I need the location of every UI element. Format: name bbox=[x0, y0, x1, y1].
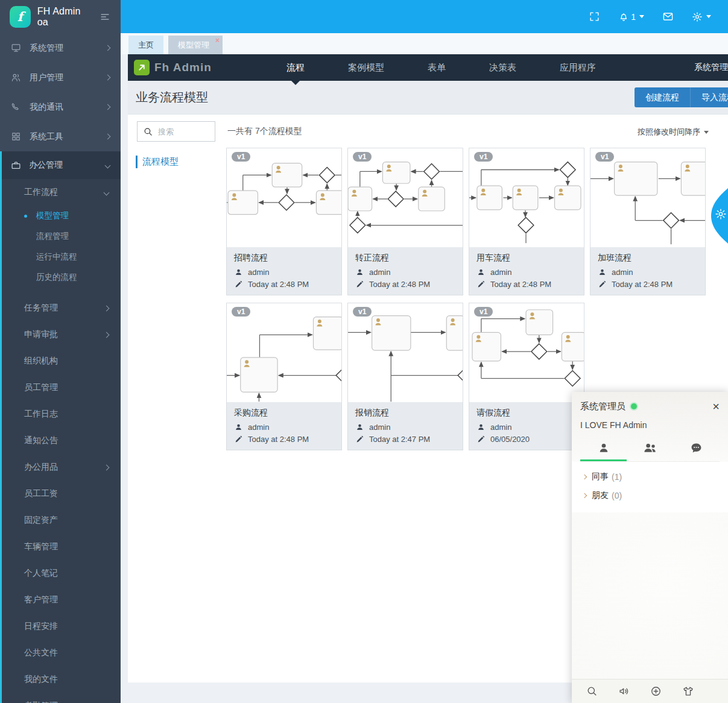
person-icon bbox=[476, 268, 485, 276]
model-author: admin bbox=[490, 268, 511, 277]
group-label: 同事 bbox=[592, 471, 609, 482]
model-card[interactable]: v1用车流程adminToday at 2:48 PM bbox=[469, 148, 584, 295]
sidebar-item[interactable]: 历史的流程 bbox=[2, 267, 121, 288]
sidebar-item[interactable]: 办公用品 bbox=[2, 454, 121, 481]
sidebar-item[interactable]: 我的文件 bbox=[2, 666, 121, 693]
model-modified-time: Today at 2:48 PM bbox=[248, 280, 309, 289]
sidebar-item-label: 流程管理 bbox=[36, 231, 69, 242]
tab-model-management[interactable]: 模型管理 × bbox=[168, 36, 223, 54]
sidebar-item[interactable]: 申请审批 bbox=[2, 321, 121, 348]
sidebar-item[interactable]: 系统管理 bbox=[0, 33, 121, 63]
sidebar-item[interactable]: 客户管理 bbox=[2, 587, 121, 613]
model-card-footer: 报销流程adminToday at 2:47 PM bbox=[348, 402, 463, 450]
sound-icon[interactable] bbox=[618, 686, 630, 697]
model-author: admin bbox=[369, 268, 390, 277]
model-card[interactable]: v1加班流程adminToday at 2:48 PM bbox=[590, 148, 706, 295]
model-card[interactable]: v1请假流程admin06/05/2020 bbox=[469, 303, 584, 450]
tab-conversations[interactable] bbox=[673, 436, 720, 461]
bell-icon bbox=[618, 11, 629, 22]
mail-button[interactable] bbox=[662, 11, 674, 22]
chat-user-name: 系统管理员 bbox=[580, 401, 625, 412]
appnav-item[interactable]: 流程 bbox=[265, 54, 326, 81]
add-contact-icon[interactable] bbox=[650, 686, 662, 697]
chat-bubble-icon bbox=[690, 442, 703, 454]
sidebar-item-process-models[interactable]: 流程模型 bbox=[136, 156, 179, 168]
close-icon[interactable]: × bbox=[215, 36, 220, 45]
model-thumbnail: v1 bbox=[227, 303, 341, 402]
model-card[interactable]: v1报销流程adminToday at 2:47 PM bbox=[347, 303, 463, 450]
model-author: admin bbox=[248, 423, 269, 432]
collapse-menu-icon[interactable] bbox=[99, 12, 111, 22]
sort-dropdown[interactable]: 按照修改时间降序 bbox=[638, 127, 709, 137]
sidebar-item[interactable]: 系统工具 bbox=[0, 122, 121, 151]
sidebar-item[interactable]: 工作日志 bbox=[2, 401, 121, 427]
sidebar-item[interactable]: 组织机构 bbox=[2, 348, 121, 374]
chat-toolbar bbox=[572, 679, 728, 703]
pencil-icon bbox=[598, 280, 606, 288]
sidebar-item[interactable]: 通知公告 bbox=[2, 427, 121, 454]
close-icon[interactable]: × bbox=[712, 400, 720, 412]
sidebar-item[interactable]: 员工管理 bbox=[2, 374, 121, 401]
notifications-button[interactable]: 1 bbox=[618, 11, 644, 22]
sidebar-item-label: 模型管理 bbox=[36, 210, 69, 221]
chevron-right-icon bbox=[104, 464, 110, 470]
chevron-right-icon bbox=[105, 75, 111, 81]
search-input[interactable] bbox=[158, 127, 215, 136]
sidebar-item[interactable]: 用户管理 bbox=[0, 63, 121, 92]
sidebar-item[interactable]: 我的通讯 bbox=[0, 92, 121, 122]
appnav-item[interactable]: 表单 bbox=[406, 54, 467, 81]
sidebar-item[interactable]: 车辆管理 bbox=[2, 534, 121, 560]
briefcase-icon bbox=[11, 160, 21, 171]
pencil-icon bbox=[234, 280, 242, 288]
sidebar-item[interactable]: 公共文件 bbox=[2, 640, 121, 666]
sidebar-nav: 系统管理用户管理我的通讯系统工具 bbox=[0, 33, 121, 151]
sidebar-item[interactable]: 固定资产 bbox=[2, 507, 121, 534]
sidebar-item[interactable]: 日程安排 bbox=[2, 613, 121, 640]
gear-icon bbox=[692, 11, 703, 22]
appnav-item[interactable]: 决策表 bbox=[467, 54, 538, 81]
model-modified-time: Today at 2:48 PM bbox=[612, 280, 673, 289]
model-modified-time: 06/05/2020 bbox=[490, 435, 530, 444]
contact-group[interactable]: 同事(1) bbox=[583, 471, 717, 482]
notification-count: 1 bbox=[631, 12, 636, 22]
sidebar-item-label: 办公管理 bbox=[29, 160, 63, 171]
fullscreen-icon[interactable] bbox=[589, 11, 600, 22]
sidebar-item[interactable]: 任务管理 bbox=[2, 295, 121, 321]
monitor-icon bbox=[11, 43, 22, 53]
model-card[interactable]: v1招聘流程adminToday at 2:48 PM bbox=[226, 148, 342, 295]
sidebar-item[interactable]: 考勤管理 bbox=[2, 693, 121, 703]
sidebar-item-label: 系统工具 bbox=[30, 131, 63, 142]
appnav-item[interactable]: 案例模型 bbox=[326, 54, 406, 81]
sidebar-item[interactable]: 员工工资 bbox=[2, 481, 121, 507]
contact-group[interactable]: 朋友(0) bbox=[583, 490, 717, 501]
grid-icon bbox=[11, 131, 22, 142]
sidebar-item[interactable]: 模型管理 bbox=[2, 206, 121, 226]
appnav-item[interactable]: 应用程序 bbox=[538, 54, 618, 81]
search-contacts-icon[interactable] bbox=[586, 686, 598, 697]
tab-contacts[interactable] bbox=[580, 436, 627, 461]
chevron-down-icon bbox=[639, 15, 644, 18]
floating-settings-button[interactable] bbox=[707, 188, 728, 244]
sidebar-item[interactable]: 运行中流程 bbox=[2, 247, 121, 267]
sidebar-item-label: 固定资产 bbox=[24, 515, 58, 526]
model-card[interactable]: v1采购流程adminToday at 2:48 PM bbox=[226, 303, 342, 450]
import-process-button[interactable]: 导入流程 bbox=[691, 87, 728, 107]
version-badge: v1 bbox=[353, 307, 372, 317]
theme-icon[interactable] bbox=[682, 686, 694, 697]
sidebar-item[interactable]: 个人笔记 bbox=[2, 560, 121, 587]
sidebar-item[interactable]: 流程管理 bbox=[2, 226, 121, 247]
tab-home[interactable]: 主页 bbox=[128, 36, 163, 54]
sidebar-item-office[interactable]: 办公管理 bbox=[2, 151, 121, 179]
sidebar-item-label: 日程安排 bbox=[24, 621, 58, 632]
brand: Fh Admin bbox=[134, 60, 212, 75]
person-icon bbox=[355, 268, 364, 276]
model-card[interactable]: v1转正流程adminToday at 2:48 PM bbox=[347, 148, 463, 295]
tab-groups[interactable] bbox=[627, 436, 673, 461]
app-nav-bar: Fh Admin 流程案例模型表单决策表应用程序 系统管理员 bbox=[128, 54, 728, 81]
nav-user-menu[interactable]: 系统管理员 bbox=[694, 62, 728, 73]
settings-button[interactable] bbox=[692, 11, 711, 22]
chat-tabs bbox=[580, 436, 720, 462]
sidebar-item[interactable]: 工作流程 bbox=[2, 179, 121, 206]
chevron-right-icon bbox=[104, 305, 110, 311]
create-process-button[interactable]: 创建流程 bbox=[635, 87, 691, 107]
